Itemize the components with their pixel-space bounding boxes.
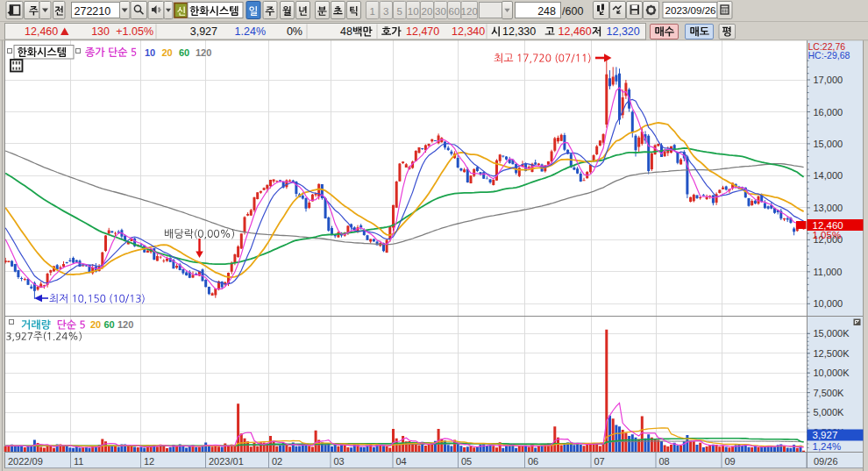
svg-text:15,000K: 15,000K [814, 328, 850, 339]
svg-text:3,927: 3,927 [190, 25, 217, 38]
svg-text:17,000: 17,000 [814, 75, 843, 85]
svg-text:12: 12 [144, 456, 154, 467]
svg-text:5,000K: 5,000K [814, 407, 845, 417]
svg-text:272210: 272210 [75, 5, 111, 18]
svg-text:12,340: 12,340 [452, 25, 485, 38]
svg-text:120: 120 [117, 319, 133, 330]
svg-text:248: 248 [537, 5, 556, 18]
svg-text:10,000: 10,000 [814, 298, 843, 309]
svg-text:1,24%: 1,24% [813, 441, 842, 452]
svg-text:12,460: 12,460 [559, 25, 592, 38]
svg-text:2022/09: 2022/09 [8, 456, 43, 467]
svg-text:60: 60 [179, 47, 189, 58]
svg-text:20: 20 [422, 6, 433, 17]
svg-text:130: 130 [91, 25, 110, 38]
svg-text:12,460: 12,460 [813, 220, 843, 231]
svg-text:03: 03 [334, 456, 345, 467]
svg-text:12,460: 12,460 [25, 25, 58, 38]
svg-text:0%: 0% [287, 25, 302, 38]
svg-text:60: 60 [449, 6, 460, 17]
svg-text:11: 11 [74, 456, 83, 467]
svg-text:10: 10 [145, 47, 155, 58]
svg-text:1,05%: 1,05% [813, 230, 842, 240]
svg-text:30: 30 [435, 6, 446, 17]
svg-text:09: 09 [725, 456, 736, 467]
svg-text:120: 120 [461, 6, 478, 17]
svg-text:2023/09/26: 2023/09/26 [665, 4, 716, 16]
svg-text:1: 1 [370, 6, 375, 17]
svg-text:3,927: 3,927 [813, 430, 838, 440]
svg-text:05: 05 [461, 456, 472, 467]
svg-text:02: 02 [272, 456, 282, 467]
svg-text:2023/01: 2023/01 [209, 456, 244, 467]
svg-text:13,000: 13,000 [814, 203, 843, 213]
svg-text:20: 20 [90, 319, 101, 330]
svg-text:12,500K: 12,500K [814, 348, 850, 359]
svg-text:04: 04 [396, 456, 407, 467]
svg-text:16,000: 16,000 [814, 107, 843, 118]
svg-text:3: 3 [383, 6, 388, 17]
svg-text:48: 48 [340, 25, 352, 38]
svg-text:12,470: 12,470 [406, 25, 439, 38]
svg-text:14,000: 14,000 [814, 170, 843, 181]
svg-text:1.24%: 1.24% [235, 25, 266, 38]
svg-text:/600: /600 [562, 5, 583, 18]
svg-text:10: 10 [408, 6, 419, 17]
svg-text:120: 120 [196, 47, 211, 58]
svg-text:11,000: 11,000 [814, 267, 843, 277]
svg-text:7,500K: 7,500K [814, 388, 845, 398]
svg-text:06: 06 [528, 456, 538, 467]
svg-text:10,000K: 10,000K [814, 368, 850, 378]
svg-text:15,000: 15,000 [814, 139, 843, 149]
svg-text:08: 08 [659, 456, 670, 467]
svg-text:12,330: 12,330 [502, 25, 536, 38]
svg-text:60: 60 [104, 319, 115, 330]
svg-text:09/26: 09/26 [814, 456, 838, 467]
svg-text:12,320: 12,320 [607, 25, 640, 38]
svg-text:5: 5 [397, 6, 402, 17]
svg-text:07: 07 [594, 456, 605, 467]
svg-text:20: 20 [162, 47, 173, 58]
svg-text:HC:-29,68: HC:-29,68 [808, 50, 850, 61]
svg-text:+1.05%: +1.05% [116, 25, 153, 38]
